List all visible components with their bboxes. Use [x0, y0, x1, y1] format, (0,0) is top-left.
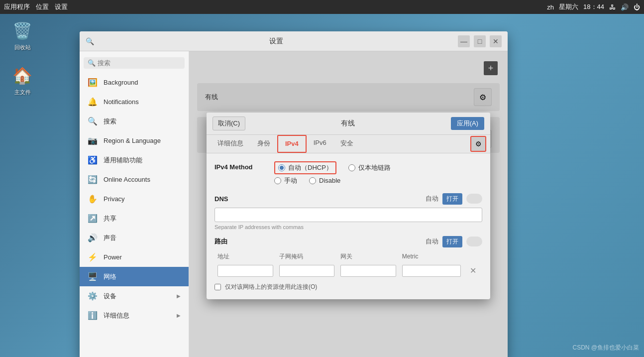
ipv4-row1: 自动（DHCP） 仅本地链路: [274, 161, 391, 174]
tab-security[interactable]: 安全: [333, 135, 360, 153]
sidebar-item-devices[interactable]: ⚙️ 设备 ▶: [80, 286, 189, 306]
tab-ipv6[interactable]: IPv6: [307, 135, 333, 153]
radio-link-local[interactable]: 仅本地链路: [348, 161, 391, 174]
tab-identity[interactable]: 身份: [250, 135, 277, 153]
ipv4-options: 自动（DHCP） 仅本地链路: [274, 161, 391, 185]
dialog-title: 有线: [245, 119, 451, 128]
sidebar-item-details[interactable]: ℹ️ 详细信息 ▶: [80, 306, 189, 325]
col-delete: [464, 250, 482, 263]
dialog-cancel-button[interactable]: 取消(C): [213, 117, 245, 130]
sidebar-item-sharing[interactable]: ↗️ 共享: [80, 209, 189, 228]
dns-section: DNS 自动 打开 Separate IP addresses with com…: [215, 193, 482, 230]
radio-disable[interactable]: Disable: [309, 176, 340, 185]
radio-auto-dhcp[interactable]: 自动（DHCP）: [274, 161, 336, 174]
sidebar-item-sound[interactable]: 🔊 声音: [80, 228, 189, 247]
tab-details[interactable]: 详细信息: [211, 135, 250, 153]
sidebar-item-accessibility[interactable]: ♿ 通用辅助功能: [80, 150, 189, 170]
ipv4-row2: 手动 Disable: [274, 176, 391, 185]
radio-auto-dhcp-input[interactable]: [278, 164, 285, 171]
radio-link-local-input[interactable]: [348, 164, 355, 171]
dns-input[interactable]: [215, 208, 482, 222]
dns-hint: Separate IP addresses with commas: [215, 224, 482, 230]
home-icon: 🏠: [10, 64, 34, 88]
route-delete-button[interactable]: ✕: [467, 265, 479, 276]
sidebar-item-power[interactable]: ⚡ Power: [80, 247, 189, 267]
sidebar-item-region[interactable]: 📷 Region & Language: [80, 131, 189, 150]
settings-titlebar: 🔍 设置 — □ ✕: [80, 31, 508, 51]
location-menu[interactable]: 位置: [36, 2, 49, 11]
dns-toggle-indicator: [466, 194, 482, 204]
taskbar: 应用程序 位置 设置 zh 星期六 18：44 🖧 🔊 ⏻: [0, 0, 644, 14]
sidebar: 🔍 🖼️ Background 🔔 Notifications 🔍 搜索 📷: [80, 51, 189, 357]
dialog-body: IPv4 Method 自动（DHCP）: [207, 153, 490, 299]
routes-section-header: 路由 自动 打开: [215, 236, 482, 247]
sidebar-item-online-accounts[interactable]: 🔄 Online Accounts: [80, 170, 189, 189]
route-subnet-input[interactable]: [279, 265, 335, 277]
settings-title: 设置: [269, 37, 283, 46]
routes-section: 路由 自动 打开: [215, 236, 482, 291]
app-menu[interactable]: 应用程序: [4, 2, 30, 11]
routes-toggle-indicator: [466, 237, 482, 246]
desktop-icon-home[interactable]: 🏠 主文件: [5, 64, 40, 96]
window-controls: — □ ✕: [458, 35, 502, 47]
search-icon: 🔍: [88, 59, 96, 67]
search-nav-icon: 🔍: [88, 117, 98, 126]
sidebar-item-search[interactable]: 🔍 搜索: [80, 112, 189, 131]
radio-disable-input[interactable]: [309, 177, 316, 184]
sidebar-item-notifications[interactable]: 🔔 Notifications: [80, 92, 189, 112]
sidebar-item-privacy[interactable]: ✋ Privacy: [80, 189, 189, 209]
route-address-input[interactable]: [217, 265, 273, 277]
sidebar-item-power-label: Power: [104, 253, 122, 261]
table-row: ✕: [215, 263, 482, 279]
tab-ipv4[interactable]: IPv4: [277, 135, 307, 153]
sidebar-item-network[interactable]: 🖥️ 网络: [80, 267, 189, 286]
route-gateway-input[interactable]: [340, 265, 396, 277]
volume-icon[interactable]: 🔊: [621, 3, 629, 11]
minimize-button[interactable]: —: [458, 35, 470, 47]
sidebar-item-background[interactable]: 🖼️ Background: [80, 73, 189, 92]
devices-icon: ⚙️: [88, 291, 98, 301]
settings-window: 🔍 设置 — □ ✕ 🔍 🖼️ Background: [80, 31, 508, 357]
routes-auto-toggle: 自动 打开: [426, 236, 482, 247]
dns-toggle-button[interactable]: 打开: [442, 193, 462, 205]
sidebar-item-sound-label: 声音: [104, 234, 116, 242]
sidebar-item-network-label: 网络: [104, 272, 116, 281]
maximize-button[interactable]: □: [474, 35, 486, 47]
col-subnet: 子网掩码: [276, 250, 338, 263]
route-delete-cell: ✕: [464, 263, 482, 279]
dns-section-header: DNS 自动 打开: [215, 193, 482, 205]
sidebar-item-online-accounts-label: Online Accounts: [104, 176, 150, 183]
dialog-tabs-left: 详细信息 身份 IPv4 IPv6 安全: [211, 135, 360, 153]
day-label: 星期六: [559, 2, 578, 11]
search-input[interactable]: [98, 59, 181, 67]
close-button[interactable]: ✕: [490, 35, 502, 47]
routes-auto-label: 自动: [426, 237, 438, 246]
route-address-cell: [215, 263, 276, 279]
settings-search-icon: 🔍: [86, 37, 94, 45]
network-icon[interactable]: 🖧: [609, 3, 616, 11]
power-icon[interactable]: ⏻: [634, 3, 640, 11]
only-resource-label: 仅对该网络上的资源使用此连接(O): [225, 283, 317, 291]
dialog-gear-button[interactable]: ⚙: [470, 136, 486, 152]
route-metric-input[interactable]: [402, 265, 461, 277]
network-nav-icon: 🖥️: [88, 272, 98, 281]
wired-dialog-overlay: 取消(C) 有线 应用(A) 详细信息 身份 IPv4 IPv6 安全: [189, 51, 508, 357]
dialog-apply-button[interactable]: 应用(A): [451, 117, 484, 130]
radio-manual-input[interactable]: [274, 177, 281, 184]
region-icon: 📷: [88, 136, 98, 145]
sidebar-item-sharing-label: 共享: [104, 214, 116, 223]
radio-disable-label: Disable: [319, 177, 340, 184]
trash-label: 回收站: [14, 44, 31, 51]
sidebar-item-search-label: 搜索: [104, 117, 116, 126]
sidebar-item-background-label: Background: [104, 79, 138, 86]
settings-menu[interactable]: 设置: [55, 2, 68, 11]
route-gateway-cell: [337, 263, 399, 279]
privacy-icon: ✋: [88, 194, 98, 204]
routes-toggle-button[interactable]: 打开: [442, 236, 462, 247]
dns-auto-toggle: 自动 打开: [426, 193, 482, 205]
only-resource-checkbox[interactable]: [215, 284, 221, 290]
sidebar-search-box[interactable]: 🔍: [84, 57, 185, 69]
desktop-icon-trash[interactable]: 🗑️ 回收站: [5, 19, 40, 51]
radio-manual-label: 手动: [284, 176, 297, 185]
radio-manual[interactable]: 手动: [274, 176, 297, 185]
